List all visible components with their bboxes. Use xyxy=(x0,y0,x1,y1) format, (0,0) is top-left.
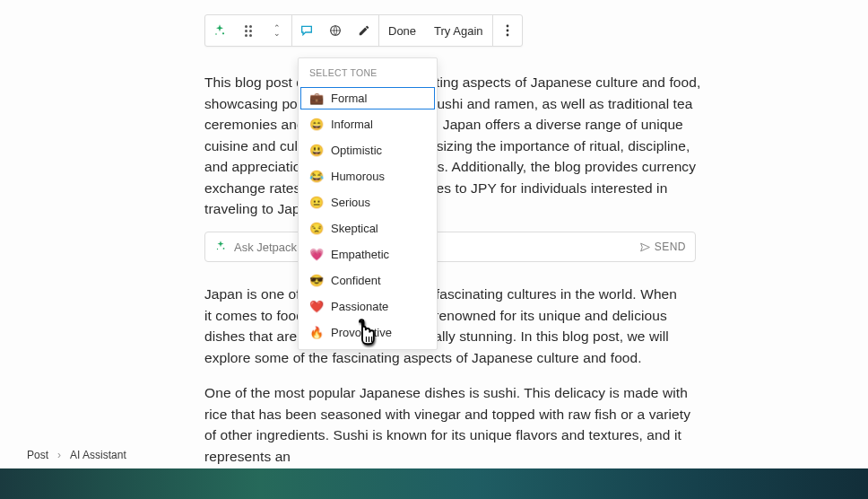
more-options-icon[interactable] xyxy=(493,15,522,46)
tone-option-serious[interactable]: 😐Serious xyxy=(299,189,437,215)
tone-emoji-icon: 😐 xyxy=(309,196,324,209)
tone-emoji-icon: 😎 xyxy=(309,274,324,287)
tone-option-label: Provocative xyxy=(331,326,392,339)
tone-option-confident[interactable]: 😎Confident xyxy=(299,267,437,293)
speech-bubble-icon[interactable] xyxy=(292,15,321,46)
svg-point-1 xyxy=(215,33,217,35)
tone-emoji-icon: 💗 xyxy=(309,248,324,261)
svg-point-7 xyxy=(217,248,218,249)
svg-point-0 xyxy=(222,32,224,34)
tone-emoji-icon: 🔥 xyxy=(309,326,324,339)
tone-emoji-icon: 😃 xyxy=(309,144,324,157)
ask-ai-input-bar[interactable]: Ask Jetpack AI SEND xyxy=(204,232,696,262)
tone-option-label: Humorous xyxy=(331,170,385,183)
tone-option-label: Optimistic xyxy=(331,144,382,157)
svg-point-3 xyxy=(506,25,508,28)
tone-option-label: Formal xyxy=(331,92,367,105)
tone-emoji-icon: 😒 xyxy=(309,222,324,235)
tone-option-label: Serious xyxy=(331,196,370,209)
tone-option-label: Skeptical xyxy=(331,222,378,235)
try-again-button[interactable]: Try Again xyxy=(425,15,491,46)
tone-option-label: Informal xyxy=(331,118,373,131)
tone-option-provocative[interactable]: 🔥Provocative xyxy=(299,320,437,346)
breadcrumb: Post › AI Assistant xyxy=(27,449,126,461)
tone-option-formal[interactable]: 💼Formal xyxy=(299,85,437,111)
move-up-down-icon[interactable]: ⌃⌄ xyxy=(263,15,291,46)
svg-point-4 xyxy=(506,30,508,32)
tone-emoji-icon: 💼 xyxy=(309,92,324,105)
tone-dropdown: SELECT TONE 💼Formal😄Informal😃Optimistic😂… xyxy=(298,57,438,350)
ai-sparkle-icon[interactable] xyxy=(205,15,234,46)
svg-point-5 xyxy=(506,34,508,37)
send-button[interactable]: SEND xyxy=(639,241,686,253)
summary-paragraph: This blog post delves into the fascinati… xyxy=(204,72,707,220)
pencil-icon[interactable] xyxy=(350,15,378,46)
drag-handle-icon[interactable] xyxy=(234,15,263,46)
breadcrumb-item-ai-assistant[interactable]: AI Assistant xyxy=(70,449,126,461)
globe-icon[interactable] xyxy=(321,15,350,46)
body-paragraph-2: One of the most popular Japanese dishes … xyxy=(204,382,699,467)
tone-option-skeptical[interactable]: 😒Skeptical xyxy=(299,215,437,241)
tone-option-empathetic[interactable]: 💗Empathetic xyxy=(299,241,437,267)
block-toolbar: ⌃⌄ Done Try Again xyxy=(204,14,523,47)
svg-point-6 xyxy=(223,248,225,250)
chevron-right-icon: › xyxy=(57,449,61,461)
dropdown-header: SELECT TONE xyxy=(299,58,437,85)
tone-emoji-icon: 😄 xyxy=(309,118,324,131)
tone-option-humorous[interactable]: 😂Humorous xyxy=(299,163,437,189)
tone-option-optimistic[interactable]: 😃Optimistic xyxy=(299,137,437,163)
tone-emoji-icon: ❤️ xyxy=(309,300,324,313)
send-label: SEND xyxy=(655,241,686,253)
bottom-bar xyxy=(0,468,868,499)
ai-sparkle-icon xyxy=(214,240,227,255)
tone-option-passionate[interactable]: ❤️Passionate xyxy=(299,293,437,320)
body-paragraph-1: Japan is one of the most unique and fasc… xyxy=(204,284,685,368)
tone-emoji-icon: 😂 xyxy=(309,170,324,183)
breadcrumb-item-post[interactable]: Post xyxy=(27,449,48,461)
tone-option-label: Confident xyxy=(331,274,381,287)
tone-option-label: Passionate xyxy=(331,300,388,313)
tone-option-informal[interactable]: 😄Informal xyxy=(299,111,437,137)
done-button[interactable]: Done xyxy=(379,15,425,46)
tone-option-label: Empathetic xyxy=(331,248,389,261)
